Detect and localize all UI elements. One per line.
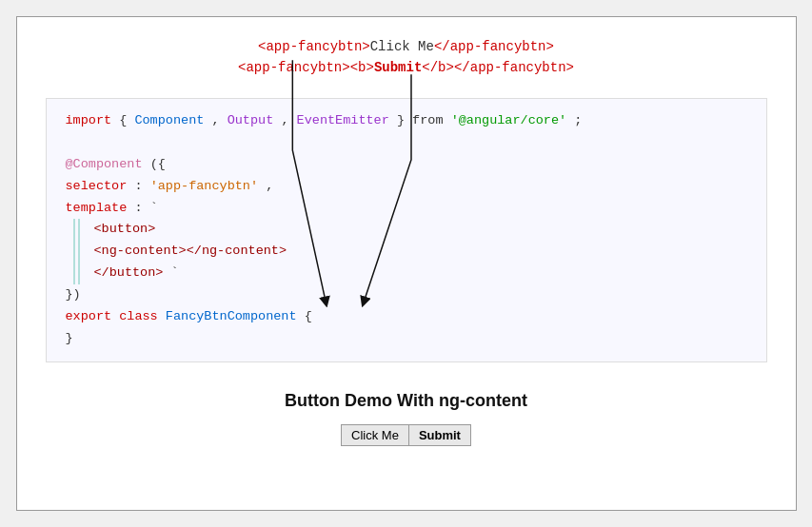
button-open-line: <button>	[94, 219, 747, 241]
code-line1-tag2: </app-fancybtn>	[434, 39, 554, 54]
ng-content-line: <ng-content></ng-content>	[94, 241, 747, 263]
code-block: import { Component , Output , EventEmitt…	[46, 98, 767, 362]
close-component: })	[66, 284, 747, 306]
template-line: template : `	[66, 198, 747, 220]
blank-line	[66, 132, 747, 154]
code-line1-text: Click Me	[370, 39, 434, 54]
button-row: Click Me Submit	[46, 424, 767, 446]
component-decorator: @Component ({	[66, 154, 747, 176]
code-line1-tag1: <app-fancybtn>	[258, 39, 370, 54]
code-line2-tag2: </app-fancybtn>	[454, 60, 574, 75]
close-class: }	[66, 328, 747, 350]
code-line2-b2: </b>	[422, 60, 454, 75]
export-line: export class FancyBtnComponent {	[66, 306, 747, 328]
click-me-button[interactable]: Click Me	[341, 424, 409, 446]
demo-title: Button Demo With ng-content	[46, 391, 767, 411]
main-container: <app-fancybtn>Click Me</app-fancybtn> <a…	[16, 16, 797, 511]
code-section: import { Component , Output , EventEmitt…	[46, 98, 767, 362]
import-line: import { Component , Output , EventEmitt…	[66, 110, 747, 132]
code-line2-tag1: <app-fancybtn>	[238, 60, 350, 75]
button-area: <button> <ng-content></ng-content> </but…	[66, 219, 747, 284]
bottom-section: Button Demo With ng-content Click Me Sub…	[46, 391, 767, 446]
selector-line: selector : 'app-fancybtn' ,	[66, 176, 747, 198]
code-line2-b1: <b>	[350, 60, 374, 75]
button-close-line: </button> `	[94, 263, 747, 284]
code-line2-submit: Submit	[374, 60, 422, 75]
submit-button[interactable]: Submit	[408, 424, 471, 446]
top-code-annotation: <app-fancybtn>Click Me</app-fancybtn> <a…	[46, 36, 767, 79]
